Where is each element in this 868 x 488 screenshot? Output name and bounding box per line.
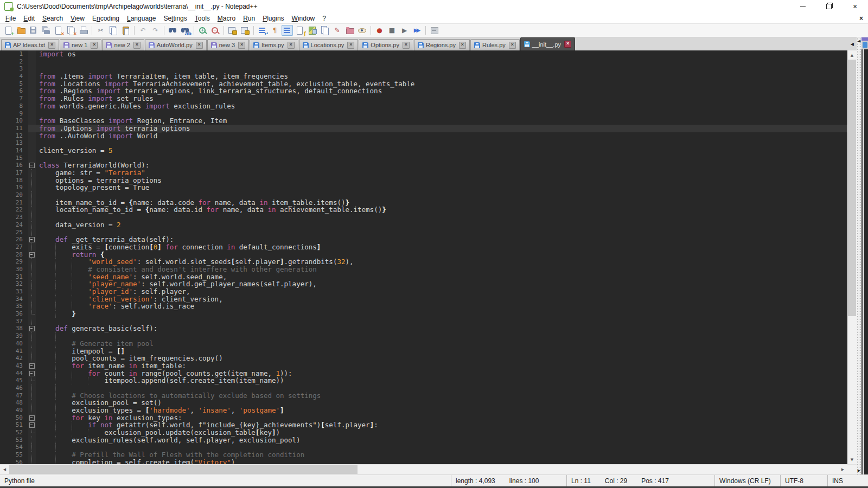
menu-item-language[interactable]: Language — [123, 14, 159, 23]
tab-scroll-left-icon[interactable]: ◀ — [849, 42, 856, 47]
line-number[interactable]: 31 — [0, 273, 28, 281]
tab-close-icon[interactable]: × — [48, 42, 55, 49]
function-list-button[interactable]: ƒ — [294, 25, 305, 36]
horizontal-scrollbar-thumb[interactable] — [9, 465, 358, 474]
macro-save-button[interactable] — [429, 25, 440, 36]
show-indent-guide-button[interactable] — [282, 25, 293, 36]
menu-item-view[interactable]: View — [67, 14, 88, 23]
line-number[interactable]: 12 — [0, 132, 28, 140]
menu-item-macro[interactable]: Macro — [214, 14, 239, 23]
line-number[interactable]: 20 — [0, 191, 28, 199]
scroll-down-icon[interactable]: ▼ — [847, 455, 857, 464]
line-number[interactable]: 54 — [0, 444, 28, 451]
restore-button[interactable] — [816, 0, 842, 13]
scroll-left-icon[interactable]: ◀ — [0, 465, 9, 474]
close-all-button[interactable]: × — [65, 25, 76, 36]
fold-collapse-icon[interactable] — [29, 363, 35, 369]
macro-record-button[interactable]: ● — [374, 25, 385, 36]
word-wrap-button[interactable]: ↵ — [257, 25, 268, 36]
tab-items-py[interactable]: Items.py× — [250, 39, 298, 50]
line-number[interactable]: 42 — [0, 355, 28, 362]
tab-rules-py[interactable]: Rules.py× — [470, 39, 520, 50]
folder-as-workspace-button[interactable] — [344, 25, 355, 36]
line-number[interactable]: 3 — [0, 65, 28, 73]
copy-button[interactable] — [107, 25, 119, 36]
save-button[interactable] — [28, 25, 39, 36]
line-number[interactable]: 33 — [0, 288, 28, 296]
close-button[interactable]: × — [53, 25, 64, 36]
menu-item-plugins[interactable]: Plugins — [259, 14, 288, 23]
line-number[interactable]: 16 — [0, 162, 28, 169]
tab-close-icon[interactable]: × — [288, 42, 295, 49]
minimize-button[interactable] — [790, 0, 816, 13]
line-number[interactable]: 30 — [0, 266, 28, 273]
line-number[interactable]: 53 — [0, 436, 28, 444]
menu-item-window[interactable]: Window — [288, 14, 319, 23]
scroll-up-icon[interactable]: ▲ — [847, 50, 857, 60]
replace-button[interactable]: ab — [180, 25, 191, 36]
line-number[interactable]: 51 — [0, 421, 28, 429]
status-eol-format[interactable]: Windows (CR LF) — [714, 475, 780, 486]
tab-close-icon[interactable]: × — [196, 42, 203, 49]
tab-close-icon[interactable]: × — [564, 41, 571, 48]
tab-init-py[interactable]: __init__.py× — [520, 37, 575, 50]
line-number[interactable]: 44 — [0, 370, 28, 377]
macro-run-multiple-button[interactable]: ▶▶ — [411, 25, 423, 36]
fold-collapse-icon[interactable] — [29, 237, 35, 242]
find-button[interactable] — [167, 25, 178, 36]
menu-item-settings[interactable]: Settings — [159, 14, 190, 23]
line-number[interactable]: 5 — [0, 80, 28, 88]
line-number[interactable]: 34 — [0, 296, 28, 303]
line-number[interactable]: 35 — [0, 303, 28, 310]
tab-options-py[interactable]: Options.py× — [359, 39, 413, 50]
line-number[interactable]: 36 — [0, 310, 28, 318]
line-number[interactable]: 14 — [0, 147, 28, 155]
line-number[interactable]: 8 — [0, 102, 28, 110]
line-number[interactable]: 28 — [0, 251, 28, 259]
splitter-collapse-left-icon[interactable]: ◀ — [858, 39, 860, 43]
scroll-right-icon[interactable]: ▶ — [838, 465, 847, 474]
menu-item-search[interactable]: Search — [39, 14, 67, 23]
menu-item-help[interactable]: ? — [318, 14, 330, 23]
tab-close-icon[interactable]: × — [91, 42, 98, 49]
line-number[interactable]: 6 — [0, 87, 28, 95]
macro-stop-button[interactable]: ■ — [386, 25, 398, 36]
line-number[interactable]: 27 — [0, 243, 28, 251]
define-language-button[interactable]: ✎ — [331, 25, 343, 36]
fold-collapse-icon[interactable] — [29, 163, 35, 168]
line-number[interactable]: 50 — [0, 414, 28, 422]
line-number[interactable]: 37 — [0, 318, 28, 325]
sync-vertical-scrolling-button[interactable] — [227, 25, 238, 36]
tab-close-icon[interactable]: × — [509, 42, 516, 49]
document-list-button[interactable] — [319, 25, 330, 36]
line-number[interactable]: 11 — [0, 125, 28, 132]
tab-ap-ideas-txt[interactable]: AP Ideas.txt× — [1, 39, 59, 50]
tab-new-3[interactable]: new 3× — [207, 39, 249, 50]
line-number[interactable]: 32 — [0, 280, 28, 288]
line-number[interactable]: 26 — [0, 236, 28, 243]
line-number[interactable]: 38 — [0, 325, 28, 332]
monitoring-button[interactable] — [356, 25, 368, 36]
save-all-button[interactable] — [40, 25, 52, 36]
tab-new-1[interactable]: new 1× — [60, 39, 101, 50]
line-number[interactable]: 22 — [0, 206, 28, 214]
menu-item-run[interactable]: Run — [239, 14, 259, 23]
splitter-collapse-right-icon[interactable]: ▶ — [858, 468, 860, 473]
fold-collapse-icon[interactable] — [29, 415, 35, 421]
tab-close-icon[interactable]: × — [133, 42, 141, 49]
tab-close-icon[interactable]: × — [238, 42, 245, 49]
open-file-button[interactable] — [15, 25, 27, 36]
print-button[interactable] — [78, 25, 89, 36]
line-number[interactable]: 19 — [0, 184, 28, 191]
line-number[interactable]: 48 — [0, 399, 28, 407]
tab-close-icon[interactable]: × — [347, 42, 354, 49]
tab-close-icon[interactable]: × — [459, 42, 466, 49]
line-number[interactable]: 56 — [0, 459, 28, 464]
fold-collapse-icon[interactable] — [29, 371, 35, 376]
cut-button[interactable]: ✂ — [95, 25, 106, 36]
line-number[interactable]: 39 — [0, 332, 28, 340]
undo-button[interactable]: ↶ — [137, 25, 149, 36]
zoom-out-button[interactable]: − — [209, 25, 221, 36]
vertical-scrollbar-thumb[interactable] — [848, 60, 856, 316]
menu-item-tools[interactable]: Tools — [191, 14, 214, 23]
